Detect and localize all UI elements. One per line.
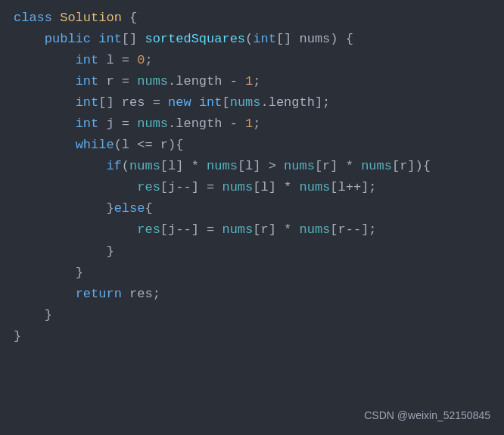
code-line-1: class Solution { — [14, 8, 490, 29]
code-line-10: }else{ — [14, 198, 490, 219]
code-line-2: public int[] sortedSquares(int[] nums) { — [14, 29, 490, 50]
code-line-9: res[j--] = nums[l] * nums[l++]; — [14, 177, 490, 198]
code-line-8: if(nums[l] * nums[l] > nums[r] * nums[r]… — [14, 156, 490, 177]
code-line-13: } — [14, 263, 490, 284]
code-line-12: } — [14, 241, 490, 263]
code-line-6: int j = nums.length - 1; — [14, 113, 490, 135]
code-line-5: int[] res = new int[nums.length]; — [14, 92, 490, 113]
code-line-7: while(l <= r){ — [14, 135, 490, 156]
code-line-16: } — [14, 326, 490, 347]
code-line-11: res[j--] = nums[r] * nums[r--]; — [14, 219, 490, 241]
code-block: class Solution { public int[] sortedSqua… — [0, 0, 504, 435]
code-line-4: int r = nums.length - 1; — [14, 71, 490, 92]
code-line-14: return res; — [14, 284, 490, 305]
code-line-15: } — [14, 305, 490, 326]
code-line-3: int l = 0; — [14, 50, 490, 71]
watermark: CSDN @weixin_52150845 — [364, 407, 490, 424]
